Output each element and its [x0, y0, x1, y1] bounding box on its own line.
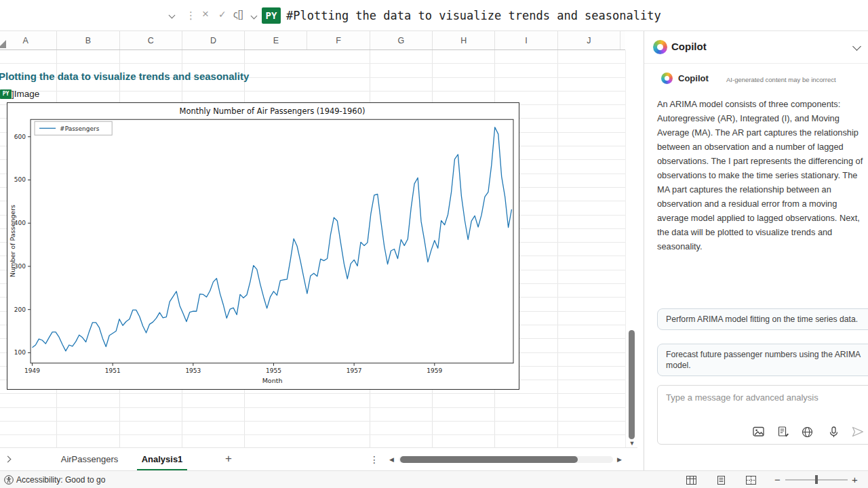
zoom-out-button[interactable]: − [774, 474, 781, 485]
svg-text:1955: 1955 [266, 367, 281, 374]
scroll-right-icon[interactable]: ▶ [617, 456, 622, 463]
column-header-A[interactable]: A [0, 31, 57, 50]
scroll-down-icon[interactable]: ▼ [626, 440, 638, 447]
status-bar: Accessibility: Good to go − + [0, 470, 868, 488]
add-sheet-button[interactable]: + [221, 448, 236, 471]
py-cell-badge: PY [0, 89, 12, 99]
copilot-message-text: An ARIMA model consists of three compone… [657, 97, 867, 253]
formula-bar-grip-icon: ⋮ [186, 9, 196, 22]
web-search-globe-icon[interactable] [802, 426, 813, 438]
chart-xlabel: Month [262, 377, 283, 384]
cancel-icon[interactable]: × [202, 7, 209, 21]
scroll-left-icon[interactable]: ◀ [389, 456, 394, 463]
chart-title: Monthly Number of Air Passengers (1949-1… [180, 106, 366, 116]
microphone-icon[interactable] [829, 426, 839, 438]
copilot-logo-icon [653, 40, 667, 54]
copilot-disclaimer: AI-generated content may be incorrect [726, 76, 836, 83]
python-badge: PY [262, 7, 281, 24]
column-header-C[interactable]: C [120, 31, 182, 50]
vertical-scrollbar-thumb[interactable] [629, 330, 635, 439]
spreadsheet-grid[interactable]: Plotting the data to visualize trends an… [0, 50, 625, 447]
sheet-tab-airpassengers[interactable]: AirPassengers [57, 448, 122, 471]
accessibility-status[interactable]: Accessibility: Good to go [16, 475, 105, 485]
page-break-view-icon[interactable] [746, 476, 756, 485]
column-header-I[interactable]: I [495, 31, 557, 50]
tab-bar-overflow-icon[interactable]: ⋮ [370, 454, 379, 465]
copilot-header: Copilot [644, 31, 868, 64]
copilot-message-brand: Copilot [678, 73, 709, 83]
add-image-icon[interactable] [753, 426, 765, 437]
air-passengers-chart: 1002003004005006001949195119531955195719… [7, 103, 519, 389]
column-header-F[interactable]: F [308, 31, 370, 50]
svg-text:500: 500 [14, 176, 26, 183]
py-image-cell[interactable]: PY]Image [0, 89, 39, 99]
column-header-H[interactable]: H [433, 31, 495, 50]
collapse-panel-chevron-icon[interactable] [852, 42, 861, 51]
svg-text:1953: 1953 [185, 367, 201, 374]
function-chevron-icon[interactable] [251, 13, 258, 20]
sheet-tab-bar: AirPassengers Analysis1 + ⋮ ◀ ▶ [0, 447, 637, 470]
column-header-B[interactable]: B [57, 31, 119, 50]
page-layout-view-icon[interactable] [716, 476, 726, 485]
chart-plot-area: 1002003004005006001949195119531955195719… [14, 119, 513, 373]
enter-icon[interactable]: ✓ [218, 9, 226, 20]
zoom-slider-handle[interactable] [815, 475, 818, 484]
sheet-tab-analysis1[interactable]: Analysis1 [137, 448, 187, 471]
copilot-message-input[interactable] [666, 392, 863, 403]
column-header-G[interactable]: G [370, 31, 433, 50]
insert-function-icon[interactable]: ς[] [233, 9, 243, 20]
horizontal-scrollbar-thumb[interactable] [400, 456, 578, 463]
column-header-D[interactable]: D [182, 31, 245, 50]
copilot-input-box [657, 385, 868, 445]
send-icon[interactable] [852, 426, 864, 437]
sheet-nav-icon[interactable] [5, 456, 12, 463]
normal-view-icon[interactable] [686, 476, 696, 485]
legend-label: #Passengers [60, 125, 100, 132]
svg-text:1957: 1957 [347, 367, 362, 374]
excel-window: ⋮ × ✓ ς[] PY #Plotting the data to visua… [0, 0, 868, 488]
name-box-chevron-icon[interactable] [169, 12, 176, 19]
column-headers: ABCDEFGHIJ [0, 31, 625, 50]
copilot-panel-title: Copilot [671, 41, 707, 52]
horizontal-scrollbar[interactable] [399, 456, 613, 463]
chart-image[interactable]: 1002003004005006001949195119531955195719… [7, 102, 519, 390]
chart-ylabel: Number of Passengers [9, 205, 16, 277]
copilot-panel: Copilot Copilot AI-generated content may… [644, 31, 868, 470]
column-header-J[interactable]: J [558, 31, 620, 50]
copilot-message-avatar-icon [661, 73, 673, 84]
prompt-guide-icon[interactable] [778, 426, 789, 437]
svg-text:600: 600 [14, 134, 26, 140]
svg-text:100: 100 [14, 349, 26, 356]
suggestion-chip-arima-fitting[interactable]: Perform ARIMA model fitting on the time … [657, 308, 868, 330]
svg-text:1949: 1949 [24, 367, 40, 374]
cell-title-text[interactable]: Plotting the data to visualize trends an… [0, 70, 249, 82]
svg-text:200: 200 [14, 306, 26, 313]
svg-text:1951: 1951 [105, 367, 121, 374]
vertical-scrollbar[interactable]: ▼ [625, 50, 637, 447]
accessibility-icon [4, 475, 14, 485]
formula-input[interactable]: #Plotting the data to visualize trends a… [286, 9, 661, 22]
svg-text:1959: 1959 [427, 367, 442, 374]
chart-legend: #Passengers [35, 121, 112, 135]
column-header-E[interactable]: E [245, 31, 307, 50]
py-cell-label: ]Image [12, 89, 39, 99]
suggestion-chip-forecast[interactable]: Forecast future passenger numbers using … [657, 344, 868, 376]
formula-bar: ⋮ × ✓ ς[] PY #Plotting the data to visua… [0, 0, 868, 31]
zoom-in-button[interactable]: + [852, 474, 858, 485]
